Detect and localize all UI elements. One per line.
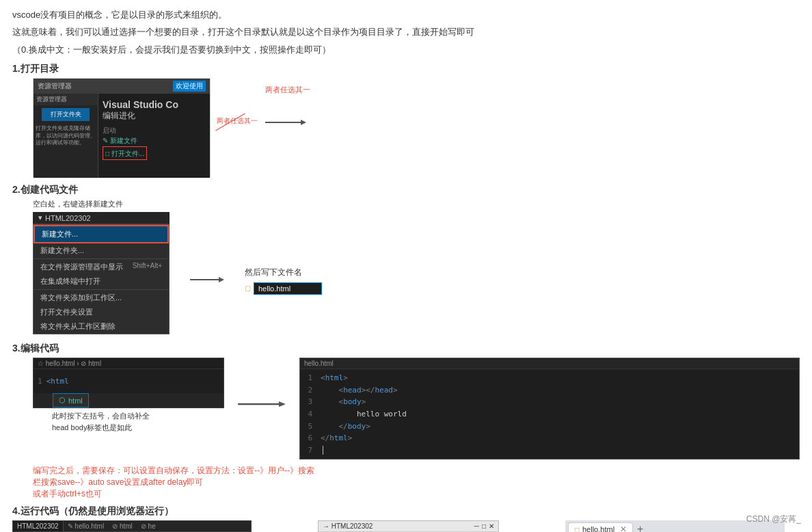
autocomplete-text: html [68, 397, 83, 405]
browser-new-tab-icon[interactable]: + [634, 523, 646, 532]
autocomplete-hint: 此时按下左括号，会自动补全 [52, 411, 150, 421]
editor-breadcrumb-right: hello.html [300, 358, 799, 369]
win-maximize[interactable]: □ [482, 522, 486, 530]
section2-right: 然后写下文件名 ◻ hello.html [245, 267, 322, 295]
both-hint: 两者任选其一 [265, 85, 310, 95]
vscode-subtitle: 编辑进化 [103, 110, 206, 122]
open-folder-button[interactable]: 打开文件夹 [42, 108, 90, 121]
line-code-small: <html [46, 377, 69, 386]
ctx-add-folder[interactable]: 将文件夹添加到工作区... [33, 291, 169, 305]
arrow-svg-1 [265, 118, 306, 127]
tab-he[interactable]: ⊘ he [137, 521, 160, 531]
autocomplete-popup: ⬡ html [53, 393, 89, 408]
intro-line3: （0.换成中文：一般安装好后，会提示我们是否要切换到中文，按照操作走即可） [12, 42, 800, 57]
head-body-hint: head body标签也是如此 [52, 423, 224, 433]
ctx-new-folder[interactable]: 新建文件夹... [33, 243, 169, 258]
svg-marker-3 [219, 277, 224, 282]
ctx-show-explorer[interactable]: 在文件资源管理器中显示 Shift+Alt+ [33, 260, 169, 274]
folder-label: HTML202302 [45, 214, 91, 222]
editor-breadcrumb-small: ☆ hello.html › ⊘ html [33, 358, 224, 369]
open-file-link: □ 打开文件... [105, 150, 144, 157]
file-icon: ◻ [245, 284, 251, 293]
ctx-remove-folder[interactable]: 将文件夹从工作区删除 [33, 319, 169, 334]
section2-hint-right: 然后写下文件名 [245, 267, 322, 278]
explorer-window-header: → HTML202302 ─ □ ✕ [319, 521, 498, 532]
intro-line2: 这就意味着，我们可以通过选择一个想要的目录，打开这个目录默认就是以这个目录作为项… [12, 24, 800, 40]
section3-title: 3.编辑代码 [12, 343, 800, 355]
section3-arrow [238, 399, 286, 411]
section2-arrow [190, 276, 224, 286]
sidebar-header: 资源管理器 [33, 94, 98, 105]
open-file-link-box[interactable]: □ 打开文件... [103, 146, 147, 160]
browser-tab-label: hello.html [582, 525, 614, 532]
save-note-2: 栏搜索save--》auto save设置成after delay即可 [33, 477, 800, 488]
browser-tab-icon: ◻ [574, 526, 580, 532]
section4-title: 4.运行代码（仍然是使用浏览器运行） [12, 505, 800, 518]
autocomplete-icon: ⬡ [59, 396, 66, 405]
ctx-divider-1 [33, 258, 169, 259]
sidebar-description: 打开文件夹或克隆存储库，以访问源代码管理、运行和调试等功能。 [33, 124, 98, 148]
ctx-new-file[interactable]: 新建文件... [33, 225, 169, 243]
folder-header: ▾ HTML202302 [33, 212, 170, 224]
csdn-watermark: CSDN @安苒_ [746, 514, 801, 525]
save-note-1: 编写完之后，需要保存：可以设置自动保存，设置方法：设置--》用户--》搜索 [33, 465, 800, 477]
svg-marker-1 [301, 120, 306, 125]
tab-hello-html[interactable]: ✎ hello.html [64, 521, 109, 531]
section1-title: 1.打开目录 [12, 63, 800, 75]
vscode-brand-title: Visual Studio Co [103, 99, 206, 110]
line-numbers-right: 1234567 [300, 369, 316, 459]
tab-html202302[interactable]: HTML202302 [13, 521, 64, 531]
tab-html-breadcrumb[interactable]: ⊘ html [108, 521, 137, 531]
ctx-open-terminal[interactable]: 在集成终端中打开 [33, 274, 169, 289]
start-label: 启动 [103, 126, 206, 135]
new-file-link[interactable]: ✎ 新建文件 [103, 136, 206, 146]
vscode-tab-label: 欢迎使用 [173, 81, 206, 92]
svg-marker-5 [279, 401, 286, 407]
folder-chevron: ▾ [38, 213, 42, 222]
win-minimize[interactable]: ─ [474, 522, 479, 530]
intro-line1: vscode没有项目的概念，它是以目录的形式来组织的。 [12, 7, 800, 23]
vscode-titlebar-text: 资源管理器 [38, 81, 72, 91]
browser-tab[interactable]: ◻ hello.html ✕ [568, 522, 633, 532]
context-menu: 新建文件... 新建文件夹... 在文件资源管理器中显示 Shift+Alt+ … [33, 224, 170, 334]
line-num-small: 1 [33, 377, 46, 386]
section2-title: 2.创建代码文件 [12, 184, 800, 196]
editor-code-right: <html> <head></head> <body> hello world … [316, 369, 411, 459]
filename-input-mock[interactable]: hello.html [254, 282, 322, 295]
ctx-folder-settings[interactable]: 打开文件夹设置 [33, 305, 169, 319]
ctx-divider-2 [33, 289, 169, 290]
section2-hint: 空白处，右键选择新建文件 [33, 199, 170, 209]
save-note-3: 或者手动ctrl+s也可 [33, 488, 800, 500]
tab-close-icon[interactable]: ✕ [620, 524, 627, 532]
win-close[interactable]: ✕ [489, 522, 494, 530]
